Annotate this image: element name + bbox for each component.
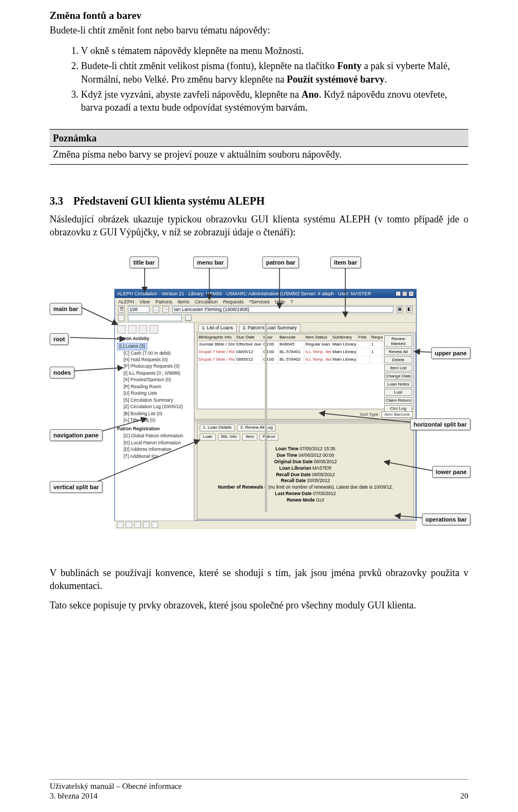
patron-name-field[interactable] [172,306,393,313]
lower-tab[interactable]: 2. Renew All Log [237,424,276,431]
patron-aux2-icon[interactable]: ◧ [406,306,413,313]
loan-details: Loan Time 07/05/2012 15:35 Due Time 04/0… [197,442,413,519]
lower-subtab[interactable]: Loan [200,434,216,441]
main-bar-icon-2[interactable] [128,325,137,334]
menu-circulation[interactable]: Circulation [195,299,218,304]
upper-tab[interactable]: 2. Patron's Loan Summary [239,324,301,331]
nav-node[interactable]: [T] Additional IDs [117,454,192,459]
close-button[interactable]: × [408,291,414,296]
app-patron-bar[interactable]: ☰ … → ▦ ◧ [115,306,416,314]
main-bar-icon-1[interactable] [117,325,126,334]
nav-node[interactable]: [Z] Circulation Log (20/05/12) [117,404,192,410]
action-button[interactable]: Item List [384,364,412,371]
sort-select[interactable]: Item Barcode [381,411,413,418]
nav-node[interactable]: [O] Local Patron Information [117,440,192,446]
minimize-button[interactable]: _ [396,291,401,296]
table-row[interactable]: Joomla! Bible / Shreves, BriceEffective … [197,341,383,349]
action-button[interactable]: Lost [384,389,412,396]
callout-upper-pane: upper pane [431,347,471,360]
nav-node[interactable]: [A] Title Req (0) [117,417,192,423]
callout-operations-bar: operations bar [422,513,471,526]
upper-tab[interactable]: 1. List of Loans [198,324,237,331]
operations-bar[interactable] [115,520,416,529]
patron-id-field[interactable] [128,306,149,313]
main-bar-icons[interactable] [117,325,192,334]
footer-date: 3. března 2014 [50,791,182,801]
lower-tab[interactable]: 1. Loan Details [200,424,235,431]
lower-pane: 1. Loan Details2. Renew All Log LoanBib.… [197,423,414,519]
lower-subtab[interactable]: Patron [260,434,279,441]
nav-node[interactable]: [B] Booking List (0) [117,411,192,417]
item-lookup-icon[interactable]: … [185,315,192,321]
nav-node[interactable]: [C] Cash (7.00 in debit) [117,350,192,356]
page-footer: Uživatelský manuál – Obecné informace 3.… [50,779,468,802]
chapter-heading: 3.3Představení GUI klienta systému ALEPH [50,194,468,208]
patron-aux-icon[interactable]: ▦ [397,306,403,313]
gui-diagram: title bar menu bar patron bar item bar m… [50,256,471,553]
menu-requests[interactable]: Requests [223,299,243,304]
lower-subtab[interactable]: Item [242,434,257,441]
horizontal-split-bar[interactable] [195,419,416,422]
opsbar-icon-5[interactable] [152,522,158,528]
maximize-button[interactable]: ▢ [402,291,407,296]
menu-view[interactable]: View [140,299,150,304]
menu-patrons[interactable]: Patrons [155,299,172,304]
callout-horizontal-split-bar: horizontal split bar [410,418,471,431]
sort-row: Sort Type Item Barcode [195,410,416,419]
action-button[interactable]: Loan Notes [384,381,412,388]
nav-node[interactable]: [P] Photocopy Requests (0) [117,363,192,369]
col-header: Fine [357,334,370,341]
main-bar-icon-4[interactable] [149,325,158,334]
menu-aleph[interactable]: ALEPH [118,299,134,304]
lower-tabs-sub[interactable]: LoanBib. InfoItemPatron [197,432,413,442]
chapter-title: Představení GUI klienta systému ALEPH [73,195,264,207]
lower-tabs-top[interactable]: 1. Loan Details2. Renew All Log [197,423,413,432]
menu-items[interactable]: Items [178,299,189,304]
vertical-split-bar[interactable] [265,323,267,512]
nav-node[interactable]: [U] Routing Lists [117,390,192,396]
callout-lower-pane: lower pane [432,466,471,478]
nav-node[interactable]: [X] Proxies/Sponsor (0) [117,377,192,383]
lower-subtab[interactable]: Bib. Info [218,434,240,441]
app-menubar[interactable]: ALEPHViewPatronsItemsCirculationRequests… [115,298,416,306]
nav-node[interactable]: [D] Address Information [117,446,192,452]
action-button[interactable]: Change Date [384,373,412,380]
action-button[interactable]: Delete [384,356,412,363]
item-icon[interactable] [118,315,125,321]
item-barcode-field[interactable] [128,315,182,321]
table-row[interactable]: Drupal 7 bible / Ric Shreves, Brice Dunw… [197,349,383,356]
nav-node[interactable]: [S] Circulation Summary [117,397,192,403]
menu-services[interactable]: *Services [249,299,269,304]
patron-lookup-icon[interactable]: … [153,306,159,313]
action-button[interactable]: Claim Return [384,397,412,404]
nav-node[interactable]: [G] Global Patron Information [117,433,192,439]
navigation-pane[interactable]: Patron Activity [L] Loans (3) [C] Cash (… [115,323,195,520]
patron-go-icon[interactable]: → [162,306,169,313]
nav-node[interactable]: [H] Hold Requests (0) [117,357,192,363]
callout-main-bar: main bar [50,303,82,315]
chapter-intro: Následující obrázek ukazuje typickou obr… [50,213,468,239]
patron-mode-icon[interactable]: ☰ [118,306,125,313]
footer-doc: Uživatelský manuál – Obecné informace [50,781,182,791]
app-title-text: ALEPH Circulation · Version 21 · Library… [117,290,371,297]
col-header: Item Status [304,334,331,341]
chapter-number: 3.3 [50,194,73,208]
callout-nodes: nodes [50,367,74,379]
opsbar-icon-2[interactable] [126,522,132,528]
note-box: Poznámka Změna písma nebo barvy se proje… [50,129,468,165]
opsbar-icon-3[interactable] [134,522,141,528]
nav-node[interactable]: [I] ILL Requests (0 ; 0/9888) [117,370,192,376]
opsbar-icon-1[interactable] [117,522,124,528]
app-item-bar[interactable]: … [115,314,416,323]
menu-[interactable]: ? [290,299,293,304]
opsbar-icon-4[interactable] [143,522,149,528]
nav-root[interactable]: [L] Loans (3) [117,343,192,350]
menu-help[interactable]: Help [275,299,285,304]
main-bar-icon-3[interactable] [139,325,147,334]
nav-node[interactable]: [R] Reading Room [117,384,192,390]
table-row[interactable]: Drupal 7 bible / Ric Shreves, Brice Dunw… [197,356,383,364]
upper-tabs[interactable]: 1. List of Loans2. Patron's Loan Summary [195,323,416,333]
callout-title-bar: title bar [130,256,159,269]
action-button[interactable]: Renew All [384,348,412,355]
action-button[interactable]: Renew Marked [384,335,412,347]
